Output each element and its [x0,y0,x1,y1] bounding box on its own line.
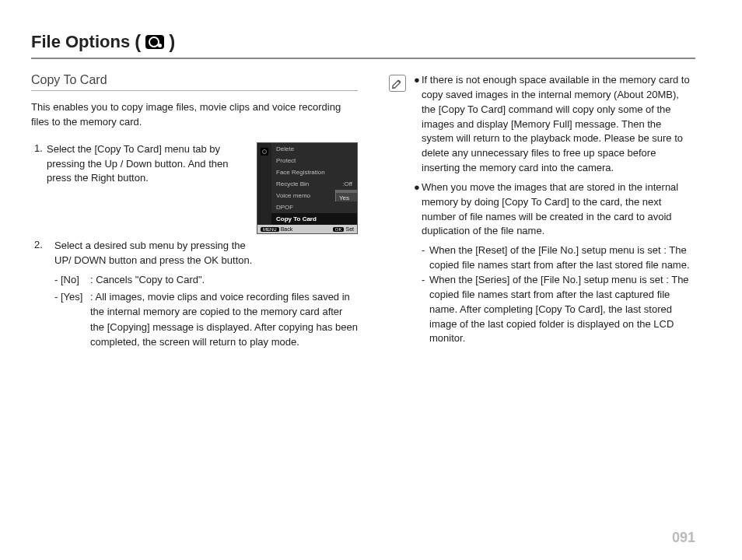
step-2-row: 2. Select a desired sub menu by pressing… [31,239,257,268]
submenu-yes: Yes [336,193,357,201]
manual-page: File Options ( ) Copy To Card This enabl… [0,0,742,560]
menu-set-key: OK [333,227,345,232]
note-2a-row: - When the [Reset] of the [File No.] set… [414,243,695,273]
dash-icon: - [422,243,429,273]
menu-back-key: MENU [261,227,279,232]
option-no-label: - [No] [54,272,90,288]
menu-item-copy-to-card: Copy To Card [271,213,357,225]
pencil-note-icon [391,77,404,89]
menu-item-dpof: DPOF [271,201,357,213]
menu-item-face-registration: Face Registration [271,166,357,178]
paren-close: ) [169,31,175,53]
page-title-row: File Options ( ) [31,31,695,59]
note-2b-row: - When the [Series] of the [File No.] se… [414,273,695,346]
submenu-box: No Yes [335,190,357,201]
note-2b-text: When the [Series] of the [File No.] setu… [429,273,695,346]
menu-item-protect: Protect [271,155,357,166]
right-column: ● If there is not enough space available… [389,73,695,350]
page-title: File Options [31,32,130,52]
note-icon [389,75,406,92]
menu-list: Delete Protect Face Registration Recycle… [271,143,357,225]
notes-list: ● If there is not enough space available… [414,73,695,346]
section-intro: This enables you to copy image files, mo… [31,100,358,130]
menu-item-delete: Delete [271,143,357,155]
camera-menu-preview: Delete Protect Face Registration Recycle… [257,142,358,234]
page-number: 091 [672,530,695,546]
step-2-text: Select a desired sub menu by pressing th… [51,239,257,268]
menu-item-voice-memo: Voice memo No Yes [271,190,357,201]
bullet-icon: ● [414,73,422,176]
dash-icon: - [422,273,429,346]
note-1-text: If there is not enough space available i… [422,73,695,176]
menu-back-label: Back [281,226,293,232]
file-options-icon [145,35,164,49]
section-heading: Copy To Card [31,73,358,91]
menu-item-recycle-bin: Recycle Bin:Off [271,178,357,190]
menu-side-icons [257,143,271,225]
note-bullet-1: ● If there is not enough space available… [414,73,695,176]
step-2-number: 2. [31,239,44,250]
option-yes-desc: : All images, movie clips and voice reco… [90,289,358,350]
menu-set-label: Set [345,226,354,232]
option-no-row: - [No] : Cancels "Copy to Card". [31,272,358,288]
option-yes-row: - [Yes] : All images, movie clips and vo… [31,289,358,350]
option-no-desc: : Cancels "Copy to Card". [90,272,358,288]
left-column: Copy To Card This enables you to copy im… [31,73,358,350]
paren-open: ( [135,31,141,53]
note-2-text: When you move the images that are stored… [422,180,695,239]
content-columns: Copy To Card This enables you to copy im… [31,73,695,350]
note-bullet-2: ● When you move the images that are stor… [414,180,695,239]
option-yes-label: - [Yes] [54,289,90,350]
play-mode-icon [261,148,268,156]
menu-footer: MENUBack OKSet [257,225,357,233]
step-1-text: Select the [Copy To Card] menu tab by pr… [44,142,249,187]
step-1-number: 1. [31,142,44,187]
step-1-row: 1. Select the [Copy To Card] menu tab by… [31,142,358,234]
note-2a-text: When the [Reset] of the [File No.] setup… [429,243,695,273]
bullet-icon: ● [414,180,422,239]
